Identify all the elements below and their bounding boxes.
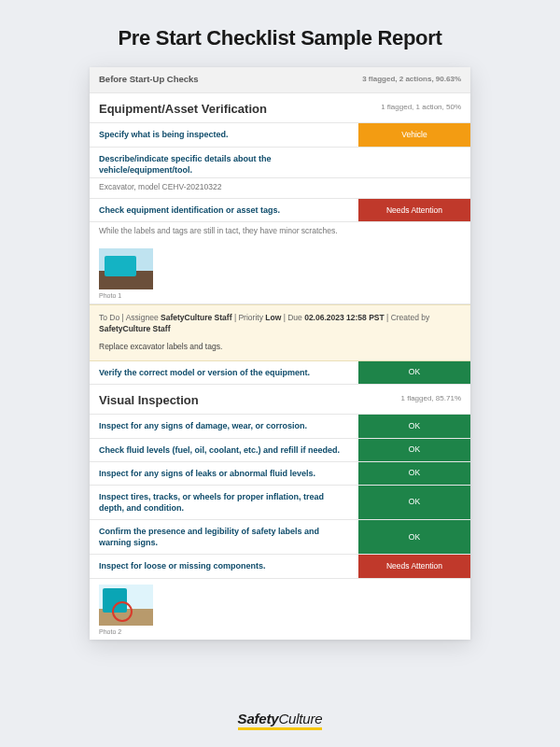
photo-thumb[interactable] <box>99 248 153 289</box>
section-header-before-startup: Before Start-Up Checks 3 flagged, 2 acti… <box>90 67 470 93</box>
question-text: Inspect for any signs of leaks or abnorm… <box>90 462 358 485</box>
action-box: To Do | Assignee SafetyCulture Staff | P… <box>90 304 470 360</box>
item-row: Inspect for loose or missing components.… <box>90 555 470 578</box>
pill-needs-attention: Needs Attention <box>358 199 470 221</box>
photo-caption: Photo 1 <box>99 291 461 300</box>
item-row: Inspect for any signs of leaks or abnorm… <box>90 462 470 486</box>
photo-caption: Photo 2 <box>99 627 461 636</box>
question-text: Inspect for any signs of damage, wear, o… <box>90 415 358 437</box>
item-row: Check fluid levels (fuel, oil, coolant, … <box>90 439 470 462</box>
answer-pill: Needs Attention <box>358 199 470 221</box>
highlight-circle-icon <box>112 601 133 622</box>
pill-ok: OK <box>358 439 470 461</box>
pill-needs-attention: Needs Attention <box>358 555 470 577</box>
photo-block: Photo 1 <box>90 243 470 304</box>
subsection-meta: 1 flagged, 85.71% <box>358 385 470 415</box>
pill-ok: OK <box>358 486 470 519</box>
item-row: Inspect for any signs of damage, wear, o… <box>90 415 470 438</box>
brand-logo: SafetyCulture <box>0 711 560 730</box>
pill-ok: OK <box>358 520 470 554</box>
question-text: Inspect for loose or missing components. <box>90 555 358 577</box>
question-text: Check fluid levels (fuel, oil, coolant, … <box>90 439 358 461</box>
answer-note: While the labels and tags are still in t… <box>90 222 470 242</box>
action-task: Replace excavator labels and tags. <box>99 342 461 352</box>
item-row: Specify what is being inspected. Vehicle <box>90 123 470 147</box>
answer-empty <box>358 148 470 177</box>
answer-pill: OK <box>358 361 470 384</box>
section-meta: 3 flagged, 2 actions, 90.63% <box>358 67 470 92</box>
question-text: Confirm the presence and legibility of s… <box>90 520 358 554</box>
pill-ok: OK <box>358 415 470 437</box>
answer-pill: Vehicle <box>358 123 470 146</box>
subsection-title: Equipment/Asset Verification <box>90 93 358 123</box>
question-text: Inspect tires, tracks, or wheels for pro… <box>90 486 358 519</box>
pill-ok: OK <box>358 462 470 485</box>
pill-vehicle: Vehicle <box>358 123 470 146</box>
item-row: Check equipment identification or asset … <box>90 199 470 222</box>
item-row: Verify the correct model or version of t… <box>90 361 470 385</box>
subsection-equipment: Equipment/Asset Verification 1 flagged, … <box>90 93 470 124</box>
brand-light: Culture <box>278 711 322 726</box>
item-row: Inspect tires, tracks, or wheels for pro… <box>90 486 470 520</box>
section-title: Before Start-Up Checks <box>90 67 358 92</box>
action-meta-line: To Do | Assignee SafetyCulture Staff | P… <box>99 313 461 334</box>
subsection-title: Visual Inspection <box>90 385 358 415</box>
brand-bold: Safety <box>238 711 279 726</box>
question-text: Describe/indicate specific details about… <box>90 148 358 177</box>
subsection-meta: 1 flagged, 1 action, 50% <box>358 93 470 123</box>
item-row: Confirm the presence and legibility of s… <box>90 520 470 555</box>
excavator-icon <box>105 256 136 276</box>
item-row: Describe/indicate specific details about… <box>90 148 470 178</box>
answer-note: Excavator, model CEHV-20210322 <box>90 178 470 199</box>
question-text: Check equipment identification or asset … <box>90 199 358 221</box>
report-card: Before Start-Up Checks 3 flagged, 2 acti… <box>90 67 470 640</box>
photo-block: Photo 2 <box>90 579 470 640</box>
photo-thumb[interactable] <box>99 585 153 626</box>
question-text: Verify the correct model or version of t… <box>90 361 358 384</box>
question-text: Specify what is being inspected. <box>90 123 358 146</box>
subsection-visual: Visual Inspection 1 flagged, 85.71% <box>90 385 470 416</box>
page-title: Pre Start Checklist Sample Report <box>0 0 560 67</box>
pill-ok: OK <box>358 361 470 384</box>
